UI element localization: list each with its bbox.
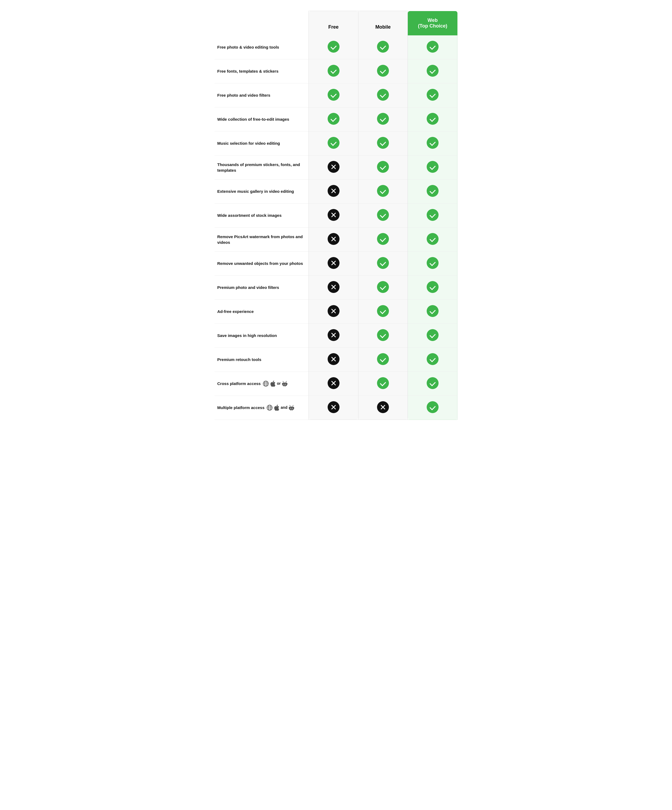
free-cell bbox=[309, 324, 359, 348]
check-icon bbox=[377, 353, 389, 365]
feature-cell: Remove PicsArt watermark from photos and… bbox=[214, 227, 309, 251]
web-cell bbox=[408, 131, 457, 155]
mobile-cell bbox=[358, 155, 408, 179]
cross-icon bbox=[328, 185, 340, 197]
globe-icon bbox=[263, 381, 269, 386]
check-icon bbox=[427, 305, 439, 317]
web-cell bbox=[408, 35, 457, 59]
free-cell bbox=[309, 35, 359, 59]
svg-line-9 bbox=[286, 381, 286, 382]
svg-rect-13 bbox=[285, 386, 286, 386]
table-row: Extensive music gallery in video editing bbox=[214, 179, 457, 203]
feature-cell: Free photo & video editing tools bbox=[214, 35, 309, 59]
free-label: Free bbox=[328, 24, 339, 30]
web-cell bbox=[408, 227, 457, 251]
check-icon bbox=[377, 305, 389, 317]
feature-cell: Premium photo and video filters bbox=[214, 275, 309, 299]
mobile-cell bbox=[358, 179, 408, 203]
header-free-col: Free bbox=[309, 11, 359, 35]
web-label-line2: (Top Choice) bbox=[418, 23, 448, 29]
table-row: Cross platform access or bbox=[214, 371, 457, 396]
check-icon bbox=[377, 329, 389, 341]
free-cell bbox=[309, 371, 359, 396]
table-row: Save images in high resolution bbox=[214, 324, 457, 348]
header-web-col: Web (Top Choice) bbox=[408, 11, 457, 35]
check-icon bbox=[427, 113, 439, 125]
free-cell bbox=[309, 83, 359, 107]
check-icon bbox=[427, 233, 439, 245]
web-cell bbox=[408, 203, 457, 227]
mobile-cell bbox=[358, 227, 408, 251]
free-cell bbox=[309, 59, 359, 83]
mobile-label: Mobile bbox=[376, 24, 391, 30]
feature-cell: Wide assortment of stock images bbox=[214, 203, 309, 227]
table-row: Thousands of premium stickers, fonts, an… bbox=[214, 155, 457, 179]
free-cell bbox=[309, 131, 359, 155]
cross-icon bbox=[328, 305, 340, 317]
check-icon bbox=[328, 89, 340, 101]
table-row: Free photo and video filters bbox=[214, 83, 457, 107]
check-icon bbox=[427, 41, 439, 52]
mobile-cell bbox=[358, 131, 408, 155]
check-icon bbox=[427, 65, 439, 77]
mobile-cell bbox=[358, 275, 408, 299]
check-icon bbox=[377, 65, 389, 77]
platform-icons: and bbox=[267, 405, 294, 411]
web-cell bbox=[408, 59, 457, 83]
cross-icon bbox=[377, 401, 389, 413]
feature-text-wrapper: Cross platform access or bbox=[217, 381, 303, 386]
svg-rect-25 bbox=[294, 407, 294, 409]
check-icon bbox=[427, 137, 439, 149]
free-cell bbox=[309, 203, 359, 227]
web-cell bbox=[408, 275, 457, 299]
check-icon bbox=[377, 233, 389, 245]
feature-cell: Extensive music gallery in video editing bbox=[214, 179, 309, 203]
check-icon bbox=[427, 353, 439, 365]
check-icon bbox=[427, 329, 439, 341]
check-icon bbox=[328, 113, 340, 125]
table-row: Wide assortment of stock images bbox=[214, 203, 457, 227]
mobile-cell bbox=[358, 35, 408, 59]
web-cell bbox=[408, 324, 457, 348]
feature-text: Cross platform access bbox=[217, 381, 261, 386]
web-cell bbox=[408, 107, 457, 131]
check-icon bbox=[328, 65, 340, 77]
table-row: Wide collection of free-to-edit images bbox=[214, 107, 457, 131]
web-cell bbox=[408, 371, 457, 396]
android-icon bbox=[289, 405, 294, 411]
cross-icon bbox=[328, 401, 340, 413]
svg-rect-12 bbox=[284, 386, 285, 386]
feature-cell: Wide collection of free-to-edit images bbox=[214, 107, 309, 131]
check-icon bbox=[427, 185, 439, 197]
feature-cell: Save images in high resolution bbox=[214, 324, 309, 348]
table-row: Free photo & video editing tools bbox=[214, 35, 457, 59]
svg-point-21 bbox=[292, 408, 293, 408]
check-icon bbox=[427, 257, 439, 269]
mobile-cell bbox=[358, 396, 408, 420]
free-cell bbox=[309, 107, 359, 131]
svg-rect-19 bbox=[289, 407, 294, 410]
svg-rect-11 bbox=[287, 383, 288, 385]
mobile-cell bbox=[358, 83, 408, 107]
cross-icon bbox=[328, 377, 340, 389]
free-cell bbox=[309, 251, 359, 275]
check-icon bbox=[377, 281, 389, 293]
table-row: Premium photo and video filters bbox=[214, 275, 457, 299]
feature-cell: Free fonts, templates & stickers bbox=[214, 59, 309, 83]
web-cell bbox=[408, 299, 457, 324]
header-feature-col bbox=[214, 11, 309, 35]
svg-line-23 bbox=[293, 405, 293, 406]
free-cell bbox=[309, 299, 359, 324]
svg-rect-24 bbox=[289, 407, 289, 409]
mobile-cell bbox=[358, 107, 408, 131]
check-icon bbox=[377, 137, 389, 149]
mobile-cell bbox=[358, 348, 408, 371]
table-row: Free fonts, templates & stickers bbox=[214, 59, 457, 83]
and-text: and bbox=[281, 405, 288, 410]
table-row: Multiple platform access and bbox=[214, 396, 457, 420]
web-cell bbox=[408, 251, 457, 275]
table-row: Remove PicsArt watermark from photos and… bbox=[214, 227, 457, 251]
svg-rect-10 bbox=[282, 383, 283, 385]
feature-cell: Remove unwanted objects from your photos bbox=[214, 251, 309, 275]
free-cell bbox=[309, 155, 359, 179]
